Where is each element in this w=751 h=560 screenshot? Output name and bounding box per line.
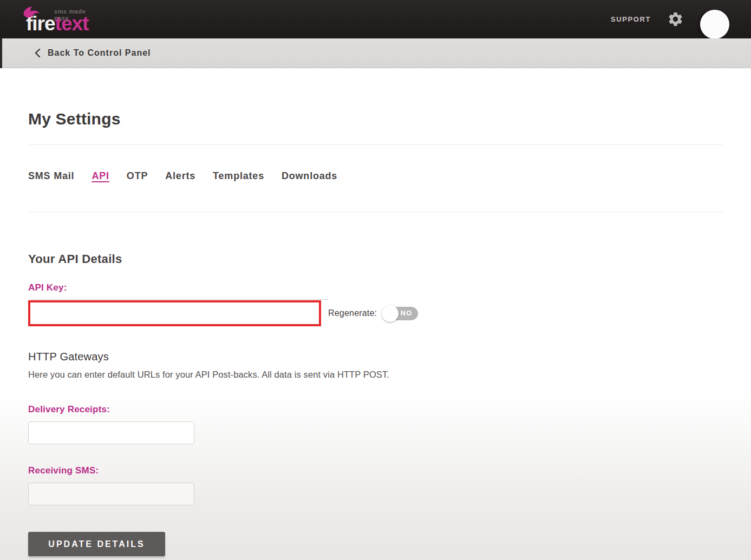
http-gateways-description: Here you can enter default URLs for your… [28, 370, 723, 380]
firetext-bird-icon [23, 6, 41, 22]
receiving-sms-input[interactable] [28, 483, 194, 505]
api-key-label: API Key: [28, 282, 723, 293]
update-details-button[interactable]: UPDATE DETAILS [28, 532, 165, 556]
api-key-highlight-box [28, 300, 321, 326]
settings-gear-button[interactable] [667, 11, 684, 28]
tab-templates[interactable]: Templates [213, 170, 264, 182]
tab-sms-mail[interactable]: SMS Mail [28, 170, 74, 182]
regenerate-control: Regenerate: NO [328, 307, 418, 320]
regenerate-toggle[interactable]: NO [383, 307, 418, 320]
gear-icon [667, 11, 684, 28]
api-key-row: Regenerate: NO [28, 300, 723, 326]
back-to-control-panel-link[interactable]: Back To Control Panel [34, 48, 151, 58]
tab-api[interactable]: API [92, 170, 109, 182]
support-link[interactable]: SUPPORT [611, 15, 651, 23]
top-header: sms made easy firetext SUPPORT [0, 0, 751, 38]
logo-tagline: sms made easy [54, 8, 88, 21]
toggle-knob[interactable] [382, 305, 399, 322]
delivery-receipts-input[interactable] [28, 421, 194, 444]
api-key-input[interactable] [30, 302, 319, 324]
http-gateways-heading: HTTP Gateways [28, 351, 723, 363]
input-border-artifact [31, 299, 329, 300]
tab-downloads[interactable]: Downloads [282, 170, 337, 182]
left-edge-artifact [0, 38, 2, 68]
tab-otp[interactable]: OTP [127, 170, 148, 182]
page-title: My Settings [28, 68, 723, 128]
receiving-sms-label: Receiving SMS: [28, 465, 723, 476]
back-link-label: Back To Control Panel [48, 48, 151, 58]
delivery-receipts-label: Delivery Receipts: [28, 404, 723, 415]
api-details-heading: Your API Details [28, 252, 723, 266]
main-content: My Settings SMS Mail API OTP Alerts Temp… [0, 68, 751, 560]
settings-tabs: SMS Mail API OTP Alerts Templates Downlo… [28, 170, 723, 182]
tab-alerts[interactable]: Alerts [165, 170, 195, 182]
regenerate-label: Regenerate: [328, 308, 377, 318]
toggle-state-label: NO [401, 309, 413, 317]
divider-top [28, 144, 723, 145]
chevron-left-icon [34, 48, 41, 58]
divider-below-tabs [28, 212, 723, 212]
sub-header-bar: Back To Control Panel [0, 38, 751, 68]
user-avatar[interactable] [700, 10, 729, 39]
firetext-logo[interactable]: sms made easy firetext [26, 5, 88, 34]
